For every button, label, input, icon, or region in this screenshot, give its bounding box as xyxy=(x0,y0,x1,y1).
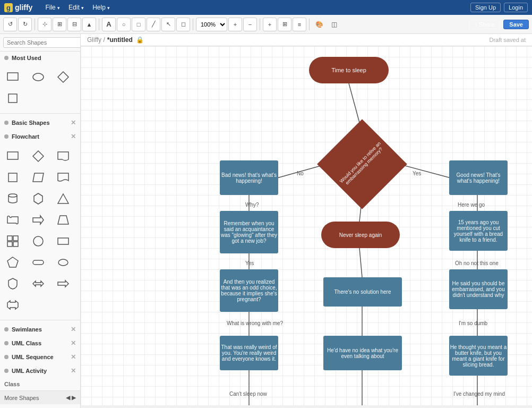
fc-tape[interactable] xyxy=(3,210,22,230)
shape-square[interactable] xyxy=(3,89,22,108)
fc-rect2[interactable] xyxy=(3,168,22,187)
fc-para[interactable] xyxy=(29,168,48,187)
node-remember[interactable]: Remember when you said an acquaintance w… xyxy=(220,211,278,253)
fc-shield[interactable] xyxy=(3,274,22,293)
svg-text:Yes: Yes xyxy=(245,260,254,266)
fc-arrow-shape[interactable] xyxy=(29,210,48,230)
swimlanes-close[interactable]: ✕ xyxy=(71,326,76,333)
uml-activity-section[interactable]: UML Activity ✕ xyxy=(0,364,80,378)
flowchart-close[interactable]: ✕ xyxy=(71,133,76,140)
line-tool-btn[interactable]: ╱ xyxy=(147,18,160,31)
basic-shapes-section[interactable]: Basic Shapes ✕ xyxy=(0,116,80,130)
uml-activity-label: UML Activity xyxy=(12,368,47,374)
fc-trap[interactable] xyxy=(54,210,73,230)
more-shapes-btn[interactable]: More Shapes ◀ ▶ xyxy=(0,390,80,404)
most-used-label: Most Used xyxy=(12,55,41,61)
node-never-sleep[interactable]: Never sleep again xyxy=(321,222,400,248)
fc-rect4[interactable] xyxy=(29,253,48,272)
fc-doc[interactable] xyxy=(54,147,73,166)
uml-sequence-close[interactable]: ✕ xyxy=(71,353,76,361)
grid-button[interactable]: ⊞ xyxy=(278,18,291,31)
fc-hex[interactable] xyxy=(29,189,48,208)
fc-oval2[interactable] xyxy=(54,253,73,272)
node-decision[interactable]: Would you like to relive an embarrassing… xyxy=(330,132,394,196)
eraser-btn[interactable]: ◻ xyxy=(176,18,190,31)
svg-point-23 xyxy=(58,259,68,266)
shape-oval[interactable] xyxy=(29,67,48,87)
svg-rect-18 xyxy=(13,242,18,246)
class-section[interactable]: Class xyxy=(0,378,80,390)
share-button[interactable]: ↑Share xyxy=(469,20,499,29)
add-page-button[interactable]: + xyxy=(263,18,277,31)
flowchart-section[interactable]: Flowchart ✕ xyxy=(0,130,80,143)
save-button[interactable]: Save xyxy=(503,20,529,29)
node-butter-knife[interactable]: He thought you meant a butter knife, but… xyxy=(449,336,508,376)
lock-icon[interactable]: 🔒 xyxy=(136,36,144,44)
ungroup-button[interactable]: ⊟ xyxy=(67,18,81,31)
canvas-area: Gliffy / *untitled 🔒 Draft saved at xyxy=(81,34,532,408)
menu-bar: g gliffy File ▾ Edit ▾ Help ▾ Sign Up Lo… xyxy=(0,0,532,15)
fc-arrow-right[interactable] xyxy=(54,274,73,293)
zoom-in-button[interactable]: + xyxy=(228,18,242,31)
cursor-btn[interactable]: ↖ xyxy=(161,18,175,31)
search-box: 🔍 xyxy=(0,34,80,52)
undo-button[interactable]: ↺ xyxy=(3,18,17,31)
layer-button[interactable]: ◫ xyxy=(327,18,341,31)
canvas[interactable]: No Yes Why? Here we go Yes Oh no not thi… xyxy=(81,46,532,405)
uml-activity-close[interactable]: ✕ xyxy=(71,367,76,375)
menu-edit[interactable]: Edit ▾ xyxy=(64,3,88,12)
svg-text:Can't sleep now: Can't sleep now xyxy=(229,391,268,397)
zoom-out-button[interactable]: − xyxy=(243,18,257,31)
node-no-solution[interactable]: There's no solution here xyxy=(323,277,402,307)
flowchart-label: Flowchart xyxy=(12,133,39,140)
node-weird[interactable]: That was really weird of you. You're rea… xyxy=(220,336,278,370)
shape-rect[interactable] xyxy=(3,67,22,87)
sign-up-button[interactable]: Sign Up xyxy=(470,3,501,12)
node-good-news[interactable]: Good news! That's what's happening! xyxy=(449,160,508,195)
rect-shape-btn[interactable]: □ xyxy=(132,18,145,31)
page-layout-btn[interactable]: ≡ xyxy=(293,18,306,31)
search-input[interactable] xyxy=(3,37,81,48)
svg-marker-7 xyxy=(33,173,44,182)
login-button[interactable]: Login xyxy=(504,3,528,12)
front-button[interactable]: ▲ xyxy=(82,18,96,31)
text-button[interactable]: A xyxy=(102,18,116,31)
fc-diamond[interactable] xyxy=(29,147,48,166)
shape-diamond[interactable] xyxy=(54,67,73,87)
node-15-years[interactable]: 15 years ago you mentioned you cut yours… xyxy=(449,211,508,251)
document-title[interactable]: *untitled xyxy=(107,36,133,44)
svg-rect-20 xyxy=(58,238,68,244)
node-odd-choice[interactable]: And then you realized that was an odd ch… xyxy=(220,269,278,312)
fc-circle[interactable] xyxy=(29,232,48,251)
fc-rect[interactable] xyxy=(3,147,22,166)
select-button[interactable]: ⊹ xyxy=(38,18,52,31)
svg-marker-13 xyxy=(33,216,44,224)
node-embarrassed[interactable]: He said you should be embarrassed, and y… xyxy=(449,269,508,309)
fc-penta[interactable] xyxy=(3,253,22,272)
fc-cylinder[interactable] xyxy=(3,189,22,208)
redo-button[interactable]: ↻ xyxy=(18,18,32,31)
node-start[interactable]: Time to sleep xyxy=(309,57,389,83)
menu-help[interactable]: Help ▾ xyxy=(88,3,114,12)
fc-triangle[interactable] xyxy=(54,189,73,208)
zoom-select[interactable]: 100% 75% 50% 150% 200% xyxy=(196,18,227,31)
svg-marker-21 xyxy=(7,257,18,267)
fc-wave[interactable] xyxy=(54,168,73,187)
menu-file[interactable]: File ▾ xyxy=(41,3,64,12)
node-no-idea[interactable]: He'd have no idea what you're even talki… xyxy=(323,336,402,370)
node-bad-news[interactable]: Bad news! that's what's happening! xyxy=(220,160,278,195)
circle-shape-btn[interactable]: ○ xyxy=(117,18,131,31)
svg-text:No: No xyxy=(297,171,304,176)
group-button[interactable]: ⊞ xyxy=(53,18,66,31)
swimlanes-section[interactable]: Swimlanes ✕ xyxy=(0,322,80,336)
uml-class-section[interactable]: UML Class ✕ xyxy=(0,336,80,350)
fc-double-arrow2[interactable] xyxy=(3,295,22,314)
fc-rect3[interactable] xyxy=(54,232,73,251)
fc-grid[interactable] xyxy=(3,232,22,251)
uml-sequence-section[interactable]: UML Sequence ✕ xyxy=(0,350,80,364)
uml-class-close[interactable]: ✕ xyxy=(71,339,76,347)
basic-shapes-close[interactable]: ✕ xyxy=(71,119,76,126)
fc-dbl-arrow[interactable] xyxy=(29,274,48,293)
color-button[interactable]: 🎨 xyxy=(312,18,326,31)
most-used-section[interactable]: Most Used xyxy=(0,52,80,64)
